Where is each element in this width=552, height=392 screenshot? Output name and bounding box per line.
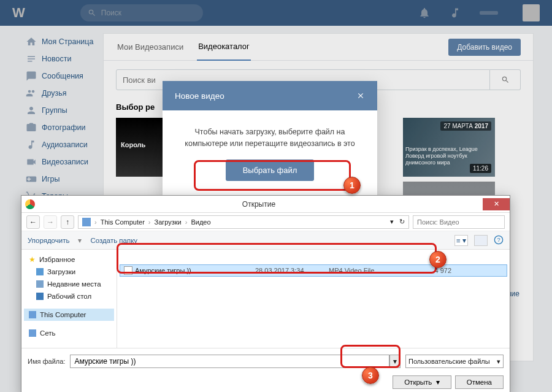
nav-messages[interactable]: Сообщения bbox=[26, 67, 98, 85]
add-video-button[interactable]: Добавить видео bbox=[448, 39, 521, 56]
home-icon bbox=[26, 36, 37, 47]
side-desktop[interactable]: Рабочий стол bbox=[24, 290, 114, 302]
friends-icon bbox=[26, 88, 37, 99]
nav-groups[interactable]: Группы bbox=[26, 102, 98, 119]
help-icon[interactable]: ? bbox=[494, 235, 504, 245]
search-icon bbox=[501, 75, 510, 84]
open-button[interactable]: Открыть ▾ bbox=[393, 375, 451, 389]
nav-up-button[interactable]: ↑ bbox=[61, 215, 74, 229]
chrome-icon bbox=[25, 199, 35, 209]
tab-catalog[interactable]: Видеокаталог bbox=[197, 33, 251, 61]
dialog-sidebar: ★Избранное Загрузки Недавние места Рабоч… bbox=[21, 250, 117, 348]
video-icon bbox=[26, 156, 37, 167]
nav-photos[interactable]: Фотографии bbox=[26, 119, 98, 136]
vk-logo-icon[interactable]: W bbox=[12, 5, 25, 21]
close-icon[interactable] bbox=[356, 91, 365, 100]
avatar[interactable] bbox=[523, 4, 540, 21]
organize-menu[interactable]: Упорядочить bbox=[28, 237, 69, 244]
filename-input[interactable] bbox=[70, 355, 389, 368]
nav-forward-button[interactable]: → bbox=[44, 215, 57, 229]
path-breadcrumb[interactable]: › This Computer › Загрузки › Видео ▾ ↻ bbox=[78, 215, 409, 229]
tab-my-videos[interactable]: Мои Видеозаписи bbox=[116, 34, 185, 60]
file-row[interactable]: Амурские тигры )) 28.03.2017 3:34 MP4 Vi… bbox=[120, 264, 507, 277]
modal-title: Новое видео bbox=[175, 91, 224, 101]
marker-3: 3 bbox=[362, 367, 379, 384]
modal-desc-1: Чтобы начать загрузку, выберите файл на bbox=[181, 126, 359, 138]
file-list: Амурские тигры )) 28.03.2017 3:34 MP4 Vi… bbox=[117, 250, 510, 348]
new-folder-button[interactable]: Создать папку bbox=[90, 237, 137, 244]
news-icon bbox=[26, 53, 37, 64]
side-favorites[interactable]: ★Избранное bbox=[24, 253, 114, 266]
audio-icon bbox=[26, 139, 37, 150]
file-open-dialog: Открытие ✕ ← → ↑ › This Computer › Загру… bbox=[21, 195, 510, 392]
side-recent[interactable]: Недавние места bbox=[24, 278, 114, 290]
header-search-placeholder: Поиск bbox=[101, 9, 121, 17]
nav-games[interactable]: Игры bbox=[26, 171, 98, 188]
filetype-select[interactable]: Пользовательские файлы▾ bbox=[405, 355, 504, 368]
progress-indicator bbox=[480, 11, 498, 15]
modal-desc-2: компьютере или перетащите видеозапись в … bbox=[181, 138, 359, 150]
filename-label: Имя файла: bbox=[28, 358, 65, 365]
marker-2: 2 bbox=[429, 251, 447, 268]
svg-text:?: ? bbox=[497, 237, 500, 243]
select-file-button[interactable]: Выбрать файл bbox=[226, 159, 315, 181]
marker-1: 1 bbox=[343, 177, 361, 194]
nav-audio[interactable]: Аудиозаписи bbox=[26, 136, 98, 153]
music-icon[interactable] bbox=[449, 7, 461, 19]
cancel-button[interactable]: Отмена bbox=[455, 375, 504, 389]
side-computer[interactable]: This Computer bbox=[24, 309, 114, 321]
groups-icon bbox=[26, 105, 37, 116]
search-icon bbox=[88, 9, 96, 17]
games-icon bbox=[26, 174, 37, 185]
video-thumb[interactable]: 27 МАРТА 2017 Призрак в доспехах, League… bbox=[403, 118, 495, 177]
nav-friends[interactable]: Друзья bbox=[26, 85, 98, 102]
messages-icon bbox=[26, 71, 37, 82]
dialog-search[interactable]: Поиск: Видео bbox=[413, 215, 505, 229]
dialog-title: Открытие bbox=[35, 200, 483, 209]
nav-news[interactable]: Новости bbox=[26, 50, 98, 67]
header-search[interactable]: Поиск bbox=[80, 4, 203, 21]
side-downloads[interactable]: Загрузки bbox=[24, 266, 114, 278]
dialog-close-button[interactable]: ✕ bbox=[483, 198, 510, 210]
view-mode-button[interactable]: ≡ ▾ bbox=[454, 235, 468, 246]
bell-icon[interactable] bbox=[418, 7, 431, 19]
camera-icon bbox=[26, 122, 37, 133]
side-network[interactable]: Сеть bbox=[24, 327, 114, 339]
nav-video[interactable]: Видеозаписи bbox=[26, 153, 98, 171]
vk-header: W Поиск bbox=[0, 0, 552, 26]
video-search-button[interactable] bbox=[490, 69, 521, 90]
nav-my-page[interactable]: Моя Страница bbox=[26, 33, 98, 50]
nav-back-button[interactable]: ← bbox=[26, 215, 40, 229]
preview-pane-button[interactable] bbox=[474, 235, 488, 246]
